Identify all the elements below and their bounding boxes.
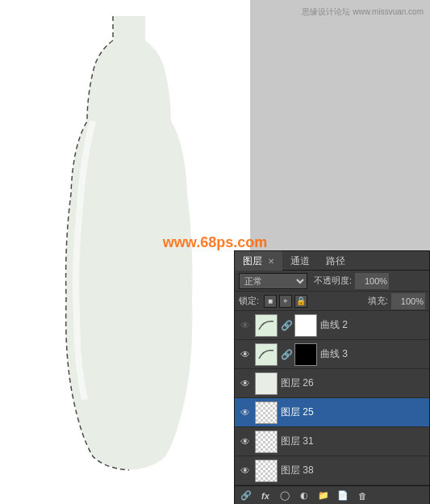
tab-channels[interactable]: 通道	[282, 251, 318, 271]
opacity-label: 不透明度:	[314, 275, 352, 287]
layer-eye-26[interactable]: 👁	[239, 377, 252, 390]
layer-thumb-26	[255, 372, 278, 395]
layer-mask-curve2	[294, 314, 317, 337]
lock-all-button[interactable]: 🔒	[294, 295, 307, 308]
layer-row-38[interactable]: 👁 图层 38	[235, 456, 429, 485]
delete-layer-icon[interactable]: 🗑	[355, 489, 369, 503]
layer-eye-25[interactable]: 👁	[239, 406, 252, 419]
top-watermark: 思缘设计论坛 www.missvuan.com	[302, 6, 424, 18]
blend-opacity-row: 正常 不透明度:	[235, 271, 429, 292]
panel-tabs: 图层 ✕ 通道 路径	[235, 251, 429, 271]
layer-row-25[interactable]: 👁 图层 25	[235, 398, 429, 427]
link-layers-icon[interactable]: 🔗	[239, 489, 253, 503]
tab-layers[interactable]: 图层 ✕	[235, 251, 282, 271]
blend-mode-select[interactable]: 正常	[239, 273, 307, 289]
layer-name-curve3: 曲线 3	[320, 347, 425, 361]
layer-name-curve2: 曲线 2	[320, 318, 425, 332]
tab-paths[interactable]: 路径	[318, 251, 353, 271]
layer-name-26: 图层 26	[281, 376, 425, 390]
layer-mask-curve3	[294, 343, 317, 366]
layer-name-25: 图层 25	[281, 405, 425, 419]
layer-row-curve2[interactable]: 👁 🔗 曲线 2	[235, 311, 429, 340]
new-group-icon[interactable]: 📁	[316, 489, 331, 503]
fx-icon[interactable]: fx	[258, 489, 273, 503]
layer-thumb-31	[255, 430, 278, 453]
layer-thumb-25	[255, 401, 278, 424]
bottom-icons-left: 🔗 fx ◯ ◐ 📁 📄 🗑	[239, 489, 369, 503]
opacity-input[interactable]	[355, 273, 389, 289]
layer-name-31: 图层 31	[281, 435, 425, 448]
lock-row: 锁定: ■ ⌖ 🔒 填充:	[235, 292, 429, 311]
fill-label: 填充:	[368, 295, 388, 307]
lock-pixels-button[interactable]: ■	[264, 295, 277, 308]
layer-thumb-curve2	[255, 314, 278, 337]
bottom-toolbar: 🔗 fx ◯ ◐ 📁 📄 🗑	[235, 485, 429, 504]
adjustment-icon[interactable]: ◐	[297, 489, 311, 503]
add-mask-icon[interactable]: ◯	[278, 489, 292, 503]
layer-row-curve3[interactable]: 👁 🔗 曲线 3	[235, 340, 429, 369]
layer-row-31[interactable]: 👁 图层 31	[235, 427, 429, 456]
layer-eye-31[interactable]: 👁	[239, 435, 252, 448]
layer-eye-curve3[interactable]: 👁	[239, 348, 252, 361]
new-layer-icon[interactable]: 📄	[336, 489, 350, 503]
bottle-svg	[48, 16, 210, 477]
tab-close-icon[interactable]: ✕	[268, 257, 274, 266]
layer-chain-curve3: 🔗	[281, 349, 293, 360]
layer-chain-curve2: 🔗	[281, 320, 293, 331]
lock-icons: ■ ⌖ 🔒	[264, 295, 307, 308]
layer-thumb-curve3	[255, 343, 278, 366]
layer-eye-curve2[interactable]: 👁	[239, 319, 252, 332]
lock-label: 锁定:	[239, 295, 259, 307]
bottle-container	[48, 16, 210, 477]
layer-eye-38[interactable]: 👁	[239, 464, 252, 477]
layer-thumb-38	[255, 460, 278, 482]
layer-name-38: 图层 38	[281, 464, 425, 477]
layer-row-26[interactable]: 👁 图层 26	[235, 369, 429, 398]
layers-panel: 图层 ✕ 通道 路径 正常 不透明度: 锁定: ■ ⌖ 🔒 填充: 👁	[234, 250, 430, 504]
lock-move-button[interactable]: ⌖	[279, 295, 292, 308]
fill-input[interactable]	[391, 293, 425, 309]
